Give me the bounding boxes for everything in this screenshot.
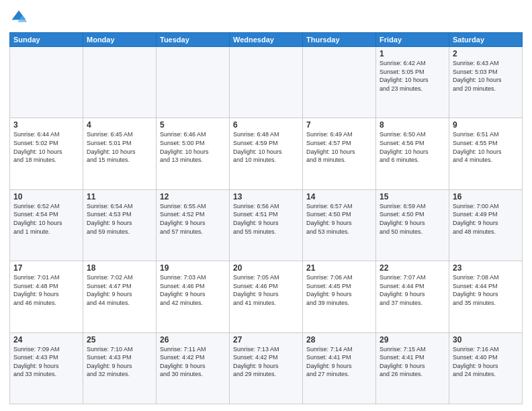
day-info: Sunrise: 6:54 AM Sunset: 4:53 PM Dayligh… xyxy=(87,202,152,236)
day-cell: 29Sunrise: 7:15 AM Sunset: 4:41 PM Dayli… xyxy=(376,332,449,404)
day-info: Sunrise: 6:44 AM Sunset: 5:02 PM Dayligh… xyxy=(13,130,79,164)
day-header-tuesday: Tuesday xyxy=(157,33,230,47)
day-header-wednesday: Wednesday xyxy=(230,33,303,47)
day-cell: 7Sunrise: 6:49 AM Sunset: 4:57 PM Daylig… xyxy=(303,118,376,189)
day-info: Sunrise: 6:51 AM Sunset: 4:55 PM Dayligh… xyxy=(453,130,519,164)
day-cell xyxy=(230,47,303,118)
day-number: 15 xyxy=(380,192,445,201)
day-info: Sunrise: 6:48 AM Sunset: 4:59 PM Dayligh… xyxy=(233,130,299,164)
day-info: Sunrise: 7:05 AM Sunset: 4:46 PM Dayligh… xyxy=(233,273,299,307)
day-info: Sunrise: 7:08 AM Sunset: 4:44 PM Dayligh… xyxy=(453,273,519,307)
day-number: 5 xyxy=(160,120,226,130)
day-header-friday: Friday xyxy=(376,33,449,47)
day-cell xyxy=(303,47,376,118)
day-cell: 6Sunrise: 6:48 AM Sunset: 4:59 PM Daylig… xyxy=(230,118,303,189)
day-number: 12 xyxy=(160,192,226,201)
logo-icon xyxy=(9,8,28,27)
day-cell: 4Sunrise: 6:45 AM Sunset: 5:01 PM Daylig… xyxy=(83,118,157,189)
day-info: Sunrise: 6:43 AM Sunset: 5:03 PM Dayligh… xyxy=(453,59,519,93)
day-header-sunday: Sunday xyxy=(10,33,83,47)
day-cell: 11Sunrise: 6:54 AM Sunset: 4:53 PM Dayli… xyxy=(83,189,157,261)
day-info: Sunrise: 7:02 AM Sunset: 4:47 PM Dayligh… xyxy=(87,273,152,307)
day-cell: 16Sunrise: 7:00 AM Sunset: 4:49 PM Dayli… xyxy=(449,189,523,261)
day-cell: 19Sunrise: 7:03 AM Sunset: 4:46 PM Dayli… xyxy=(157,261,230,332)
day-info: Sunrise: 6:50 AM Sunset: 4:56 PM Dayligh… xyxy=(380,130,445,164)
day-number: 2 xyxy=(453,49,519,58)
day-info: Sunrise: 6:59 AM Sunset: 4:50 PM Dayligh… xyxy=(380,202,445,236)
week-row-1: 1Sunrise: 6:42 AM Sunset: 5:05 PM Daylig… xyxy=(10,47,523,118)
day-cell: 24Sunrise: 7:09 AM Sunset: 4:43 PM Dayli… xyxy=(10,332,83,404)
day-number: 4 xyxy=(87,120,152,130)
day-number: 22 xyxy=(380,263,445,273)
day-info: Sunrise: 6:42 AM Sunset: 5:05 PM Dayligh… xyxy=(380,59,445,93)
day-info: Sunrise: 7:09 AM Sunset: 4:43 PM Dayligh… xyxy=(13,345,79,379)
day-number: 19 xyxy=(160,263,226,273)
day-cell: 9Sunrise: 6:51 AM Sunset: 4:55 PM Daylig… xyxy=(449,118,523,189)
day-info: Sunrise: 6:56 AM Sunset: 4:51 PM Dayligh… xyxy=(233,202,299,236)
day-number: 11 xyxy=(87,192,152,201)
day-number: 30 xyxy=(453,335,519,345)
day-number: 26 xyxy=(160,335,226,345)
day-number: 29 xyxy=(380,335,445,345)
day-header-saturday: Saturday xyxy=(449,33,523,47)
day-cell: 3Sunrise: 6:44 AM Sunset: 5:02 PM Daylig… xyxy=(10,118,83,189)
day-info: Sunrise: 7:11 AM Sunset: 4:42 PM Dayligh… xyxy=(160,345,226,379)
day-info: Sunrise: 6:52 AM Sunset: 4:54 PM Dayligh… xyxy=(13,202,79,236)
day-cell: 15Sunrise: 6:59 AM Sunset: 4:50 PM Dayli… xyxy=(376,189,449,261)
day-info: Sunrise: 7:13 AM Sunset: 4:42 PM Dayligh… xyxy=(233,345,299,379)
day-info: Sunrise: 6:45 AM Sunset: 5:01 PM Dayligh… xyxy=(87,130,152,164)
day-number: 8 xyxy=(380,120,445,130)
day-cell xyxy=(10,47,83,118)
header-row: SundayMondayTuesdayWednesdayThursdayFrid… xyxy=(10,33,523,47)
day-cell: 12Sunrise: 6:55 AM Sunset: 4:52 PM Dayli… xyxy=(157,189,230,261)
day-info: Sunrise: 6:46 AM Sunset: 5:00 PM Dayligh… xyxy=(160,130,226,164)
logo xyxy=(9,8,30,27)
day-number: 3 xyxy=(13,120,79,130)
day-number: 21 xyxy=(306,263,372,273)
day-info: Sunrise: 6:57 AM Sunset: 4:50 PM Dayligh… xyxy=(306,202,372,236)
day-info: Sunrise: 7:14 AM Sunset: 4:41 PM Dayligh… xyxy=(306,345,372,379)
day-cell: 30Sunrise: 7:16 AM Sunset: 4:40 PM Dayli… xyxy=(449,332,523,404)
day-cell xyxy=(157,47,230,118)
day-info: Sunrise: 7:16 AM Sunset: 4:40 PM Dayligh… xyxy=(453,345,519,379)
day-info: Sunrise: 7:15 AM Sunset: 4:41 PM Dayligh… xyxy=(380,345,445,379)
day-cell: 10Sunrise: 6:52 AM Sunset: 4:54 PM Dayli… xyxy=(10,189,83,261)
day-cell: 13Sunrise: 6:56 AM Sunset: 4:51 PM Dayli… xyxy=(230,189,303,261)
day-number: 1 xyxy=(380,49,445,58)
day-number: 20 xyxy=(233,263,299,273)
day-info: Sunrise: 7:06 AM Sunset: 4:45 PM Dayligh… xyxy=(306,273,372,307)
header xyxy=(9,8,523,27)
week-row-3: 10Sunrise: 6:52 AM Sunset: 4:54 PM Dayli… xyxy=(10,189,523,261)
day-cell: 5Sunrise: 6:46 AM Sunset: 5:00 PM Daylig… xyxy=(157,118,230,189)
day-cell: 25Sunrise: 7:10 AM Sunset: 4:43 PM Dayli… xyxy=(83,332,157,404)
day-info: Sunrise: 7:07 AM Sunset: 4:44 PM Dayligh… xyxy=(380,273,445,307)
calendar-body: 1Sunrise: 6:42 AM Sunset: 5:05 PM Daylig… xyxy=(10,47,523,404)
calendar: SundayMondayTuesdayWednesdayThursdayFrid… xyxy=(9,32,523,404)
day-cell: 26Sunrise: 7:11 AM Sunset: 4:42 PM Dayli… xyxy=(157,332,230,404)
day-number: 6 xyxy=(233,120,299,130)
day-number: 9 xyxy=(453,120,519,130)
day-info: Sunrise: 7:00 AM Sunset: 4:49 PM Dayligh… xyxy=(453,202,519,236)
day-number: 17 xyxy=(13,263,79,273)
day-info: Sunrise: 7:10 AM Sunset: 4:43 PM Dayligh… xyxy=(87,345,152,379)
day-cell: 21Sunrise: 7:06 AM Sunset: 4:45 PM Dayli… xyxy=(303,261,376,332)
day-number: 13 xyxy=(233,192,299,201)
day-cell: 8Sunrise: 6:50 AM Sunset: 4:56 PM Daylig… xyxy=(376,118,449,189)
day-number: 25 xyxy=(87,335,152,345)
day-cell: 23Sunrise: 7:08 AM Sunset: 4:44 PM Dayli… xyxy=(449,261,523,332)
week-row-2: 3Sunrise: 6:44 AM Sunset: 5:02 PM Daylig… xyxy=(10,118,523,189)
week-row-5: 24Sunrise: 7:09 AM Sunset: 4:43 PM Dayli… xyxy=(10,332,523,404)
day-cell: 20Sunrise: 7:05 AM Sunset: 4:46 PM Dayli… xyxy=(230,261,303,332)
page: SundayMondayTuesdayWednesdayThursdayFrid… xyxy=(0,0,532,411)
day-cell: 17Sunrise: 7:01 AM Sunset: 4:48 PM Dayli… xyxy=(10,261,83,332)
day-cell: 1Sunrise: 6:42 AM Sunset: 5:05 PM Daylig… xyxy=(376,47,449,118)
day-cell: 28Sunrise: 7:14 AM Sunset: 4:41 PM Dayli… xyxy=(303,332,376,404)
day-number: 16 xyxy=(453,192,519,201)
day-cell xyxy=(83,47,157,118)
day-number: 24 xyxy=(13,335,79,345)
day-info: Sunrise: 6:49 AM Sunset: 4:57 PM Dayligh… xyxy=(306,130,372,164)
day-header-monday: Monday xyxy=(83,33,157,47)
day-number: 28 xyxy=(306,335,372,345)
day-number: 18 xyxy=(87,263,152,273)
day-info: Sunrise: 7:01 AM Sunset: 4:48 PM Dayligh… xyxy=(13,273,79,307)
